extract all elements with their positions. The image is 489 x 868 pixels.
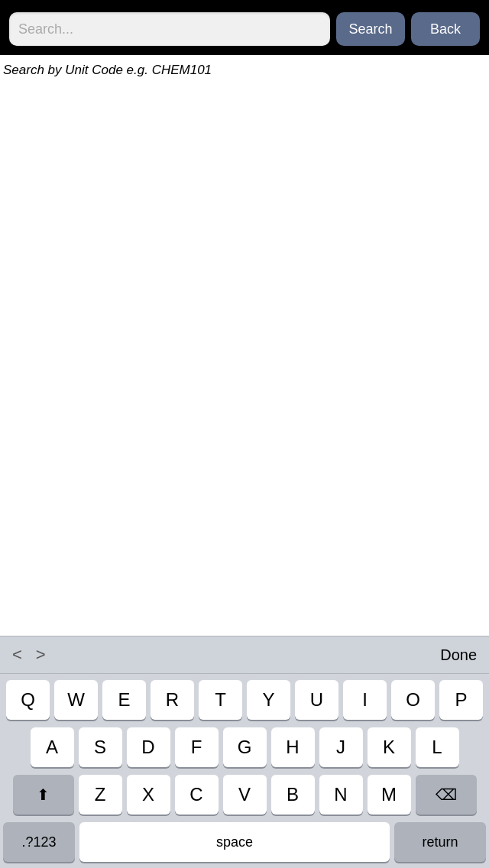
key-b[interactable]: B — [271, 775, 315, 815]
keyboard-done-button[interactable]: Done — [440, 646, 477, 664]
key-p[interactable]: P — [439, 680, 483, 720]
key-d[interactable]: D — [127, 727, 170, 767]
key-row-4: .?123 space return — [3, 822, 486, 862]
keyboard-toolbar: < > Done — [0, 636, 489, 674]
key-a[interactable]: A — [31, 727, 74, 767]
key-i[interactable]: I — [343, 680, 387, 720]
back-button[interactable]: Back — [411, 12, 480, 46]
return-key[interactable]: return — [394, 822, 486, 862]
content-area — [0, 78, 489, 636]
key-g[interactable]: G — [223, 727, 267, 767]
key-z[interactable]: Z — [79, 775, 122, 815]
key-c[interactable]: C — [175, 775, 219, 815]
key-u[interactable]: U — [295, 680, 338, 720]
numbers-key[interactable]: .?123 — [3, 822, 75, 862]
key-row-2: A S D F G H J K L — [3, 727, 486, 767]
key-t[interactable]: T — [199, 680, 242, 720]
key-o[interactable]: O — [391, 680, 435, 720]
key-l[interactable]: L — [416, 727, 459, 767]
top-bar: Search Back — [0, 0, 489, 55]
key-row-3: ⬆ Z X C V B N M ⌫ — [3, 775, 486, 815]
key-q[interactable]: Q — [6, 680, 50, 720]
key-x[interactable]: X — [127, 775, 170, 815]
key-v[interactable]: V — [223, 775, 267, 815]
next-field-button[interactable]: > — [36, 646, 46, 663]
key-j[interactable]: J — [319, 727, 363, 767]
search-input[interactable] — [9, 12, 330, 46]
keyboard-rows: Q W E R T Y U I O P A S D F G H J K L ⬆ — [0, 674, 489, 865]
key-h[interactable]: H — [271, 727, 315, 767]
key-k[interactable]: K — [368, 727, 411, 767]
key-m[interactable]: M — [368, 775, 411, 815]
key-f[interactable]: F — [175, 727, 219, 767]
key-n[interactable]: N — [319, 775, 363, 815]
toolbar-nav: < > — [12, 646, 440, 663]
key-e[interactable]: E — [102, 680, 146, 720]
key-s[interactable]: S — [79, 727, 122, 767]
key-y[interactable]: Y — [247, 680, 290, 720]
backspace-key[interactable]: ⌫ — [416, 775, 477, 815]
key-r[interactable]: R — [151, 680, 194, 720]
shift-key[interactable]: ⬆ — [13, 775, 74, 815]
shift-icon: ⬆ — [37, 785, 50, 804]
space-key[interactable]: space — [79, 822, 390, 862]
backspace-icon: ⌫ — [436, 785, 457, 804]
prev-field-button[interactable]: < — [12, 646, 22, 663]
search-button[interactable]: Search — [336, 12, 405, 46]
key-row-1: Q W E R T Y U I O P — [3, 680, 486, 720]
key-w[interactable]: W — [54, 680, 98, 720]
keyboard: < > Done Q W E R T Y U I O P A S D F G H… — [0, 636, 489, 868]
hint-text: Search by Unit Code e.g. CHEM101 — [0, 55, 489, 78]
